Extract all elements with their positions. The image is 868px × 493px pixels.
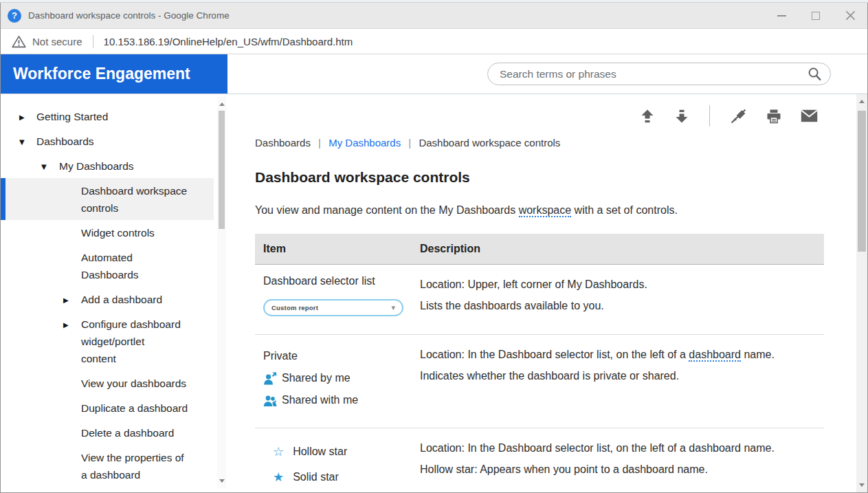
content-scrollbar-thumb[interactable] bbox=[858, 111, 866, 252]
window-controls bbox=[764, 3, 867, 28]
sidebar-item-label: Dashboards bbox=[1, 133, 200, 150]
table-row: ☆ Hollow star ★ Solid star Location: In … bbox=[255, 428, 824, 493]
search-icon[interactable] bbox=[808, 67, 821, 81]
sidebar-item-label: View your dashboards bbox=[1, 375, 200, 392]
sidebar-item-dashboards[interactable]: ▼ Dashboards bbox=[1, 129, 214, 153]
scroll-down-arrow-icon[interactable] bbox=[859, 483, 865, 487]
entry-label: Hollow star bbox=[293, 439, 347, 464]
security-status-label[interactable]: Not secure bbox=[32, 36, 82, 47]
close-icon bbox=[845, 10, 856, 21]
sidebar-item-view-the-properties-of-a-dashboard[interactable]: View the properties of a dashboard bbox=[1, 445, 214, 487]
scroll-up-arrow-icon[interactable] bbox=[859, 100, 865, 103]
scroll-up-arrow-icon[interactable] bbox=[219, 102, 225, 106]
breadcrumb-current-topic: Dashboard workspace controls bbox=[419, 137, 560, 149]
email-button[interactable] bbox=[801, 109, 818, 122]
sidebar-item-configure-dashboard-widget-portlet-content[interactable]: ▶ Configure dashboard widget/portlet con… bbox=[1, 311, 214, 371]
print-button[interactable] bbox=[765, 108, 783, 124]
sidebar-item-duplicate-a-dashboard[interactable]: Duplicate a dashboard bbox=[1, 395, 214, 420]
sidebar-scrollbar-thumb[interactable] bbox=[219, 111, 225, 229]
remove-highlights-icon bbox=[729, 107, 747, 124]
search-box[interactable] bbox=[487, 63, 831, 85]
sidebar-item-label: Widget controls bbox=[1, 224, 200, 241]
window-titlebar[interactable]: ? Dashboard workspace controls - Google … bbox=[1, 3, 867, 29]
item-entry-private: Private bbox=[263, 345, 412, 367]
page-title: Dashboard workspace controls bbox=[255, 169, 801, 186]
description-line: Location: In the Dashboard selector list… bbox=[420, 439, 791, 458]
solid-star-icon: ★ bbox=[273, 471, 284, 483]
minimize-icon bbox=[777, 15, 786, 17]
description-text: name. bbox=[741, 349, 775, 360]
hollow-star-icon: ☆ bbox=[273, 446, 284, 458]
intro-text: with a set of controls. bbox=[571, 204, 678, 216]
breadcrumb-separator: | bbox=[408, 137, 411, 149]
sidebar-item-delete-a-dashboard[interactable]: Delete a dashboard bbox=[1, 420, 214, 445]
breadcrumb-my-dashboards-link[interactable]: My Dashboards bbox=[329, 137, 401, 149]
item-entry-shared-by-me: Shared by me bbox=[263, 367, 412, 389]
item-entry-solid-star: ★ Solid star bbox=[263, 464, 412, 490]
app-brand-title: Workforce Engagement bbox=[1, 54, 227, 94]
address-bar[interactable]: Not secure 10.153.186.19/OnlineHelp/en_U… bbox=[1, 29, 867, 54]
workspace-glossary-link[interactable]: workspace bbox=[519, 204, 571, 217]
intro-text: You view and manage content on the My Da… bbox=[255, 204, 519, 216]
description-cell: Location: In the Dashboard selector list… bbox=[412, 439, 824, 490]
minimize-button[interactable] bbox=[764, 3, 799, 28]
sidebar-item-dashboard-workspace-controls[interactable]: Dashboard workspace controls bbox=[1, 178, 214, 220]
scroll-down-arrow-icon[interactable] bbox=[219, 479, 225, 483]
arrow-down-icon bbox=[674, 108, 690, 124]
shared-with-me-icon bbox=[263, 393, 277, 407]
item-cell: Private Shared by me bbox=[255, 345, 412, 411]
topic-toolbar bbox=[639, 105, 818, 127]
sidebar-item-label: Add a dashboard bbox=[1, 291, 200, 308]
description-cell: Location: In the Dashboard selector list… bbox=[412, 345, 824, 411]
table-row: Dashboard selector list Custom report ▾ … bbox=[255, 265, 824, 335]
collapsed-arrow-icon[interactable]: ▶ bbox=[63, 316, 69, 333]
breadcrumb-dashboards[interactable]: Dashboards bbox=[255, 137, 311, 149]
toolbar-divider bbox=[709, 105, 710, 127]
search-input[interactable] bbox=[487, 63, 831, 85]
intro-paragraph: You view and manage content on the My Da… bbox=[255, 202, 801, 219]
chevron-down-icon: ▾ bbox=[391, 304, 395, 311]
sidebar-item-view-your-dashboards[interactable]: View your dashboards bbox=[1, 371, 214, 395]
sidebar-item-label: My Dashboards bbox=[1, 157, 200, 175]
remove-highlights-button[interactable] bbox=[729, 107, 747, 124]
printer-icon bbox=[765, 108, 783, 124]
dashboard-selector-dropdown: Custom report ▾ bbox=[263, 299, 403, 316]
next-topic-button[interactable] bbox=[674, 108, 690, 124]
column-header-description: Description bbox=[412, 243, 824, 255]
description-text: Location: In the Dashboard selector list… bbox=[420, 349, 689, 360]
item-cell: ☆ Hollow star ★ Solid star bbox=[255, 439, 412, 490]
window-title: Dashboard workspace controls - Google Ch… bbox=[28, 10, 230, 21]
collapsed-arrow-icon[interactable]: ▶ bbox=[19, 109, 25, 126]
collapsed-arrow-icon[interactable]: ▶ bbox=[63, 292, 69, 309]
maximize-icon bbox=[812, 12, 820, 20]
shared-by-me-icon bbox=[263, 371, 277, 385]
previous-topic-button[interactable] bbox=[639, 108, 656, 124]
sidebar-item-automated-dashboards[interactable]: Automated Dashboards bbox=[1, 245, 214, 287]
envelope-icon bbox=[801, 109, 818, 122]
url-text[interactable]: 10.153.186.19/OnlineHelp/en_US/wfm/Dashb… bbox=[104, 36, 353, 47]
sidebar-item-widget-controls[interactable]: Widget controls bbox=[1, 220, 214, 245]
breadcrumb: Dashboards | My Dashboards | Dashboard w… bbox=[255, 137, 801, 149]
item-cell: Dashboard selector list Custom report ▾ bbox=[255, 275, 412, 318]
column-header-item: Item bbox=[255, 243, 412, 255]
address-separator bbox=[93, 35, 93, 48]
sidebar-item-my-dashboards[interactable]: ▼ My Dashboards bbox=[1, 153, 214, 178]
dropdown-value: Custom report bbox=[271, 304, 318, 311]
expanded-arrow-icon[interactable]: ▼ bbox=[19, 133, 25, 151]
toc-tree: ▶ Getting Started ▼ Dashboards ▼ My Dash… bbox=[1, 94, 227, 487]
app-header: Workforce Engagement bbox=[1, 54, 867, 94]
dashboard-glossary-link[interactable]: dashboard bbox=[689, 349, 741, 362]
sidebar-item-label: Delete a dashboard bbox=[1, 424, 200, 441]
sidebar-item-add-a-dashboard[interactable]: ▶ Add a dashboard bbox=[1, 287, 214, 311]
sidebar-item-label: Dashboard workspace controls bbox=[1, 182, 200, 217]
sidebar-item-label: Automated Dashboards bbox=[1, 249, 200, 283]
sidebar-item-getting-started[interactable]: ▶ Getting Started bbox=[1, 104, 214, 129]
not-secure-warning-icon[interactable] bbox=[12, 35, 26, 48]
close-button[interactable] bbox=[833, 3, 867, 28]
maximize-button[interactable] bbox=[799, 3, 833, 28]
content-scrollbar[interactable] bbox=[856, 94, 867, 492]
expanded-arrow-icon[interactable]: ▼ bbox=[41, 158, 47, 175]
sidebar-scrollbar[interactable] bbox=[217, 97, 226, 488]
chrome-window: ? Dashboard workspace controls - Google … bbox=[0, 3, 868, 493]
sidebar-item-label: Getting Started bbox=[1, 108, 200, 125]
